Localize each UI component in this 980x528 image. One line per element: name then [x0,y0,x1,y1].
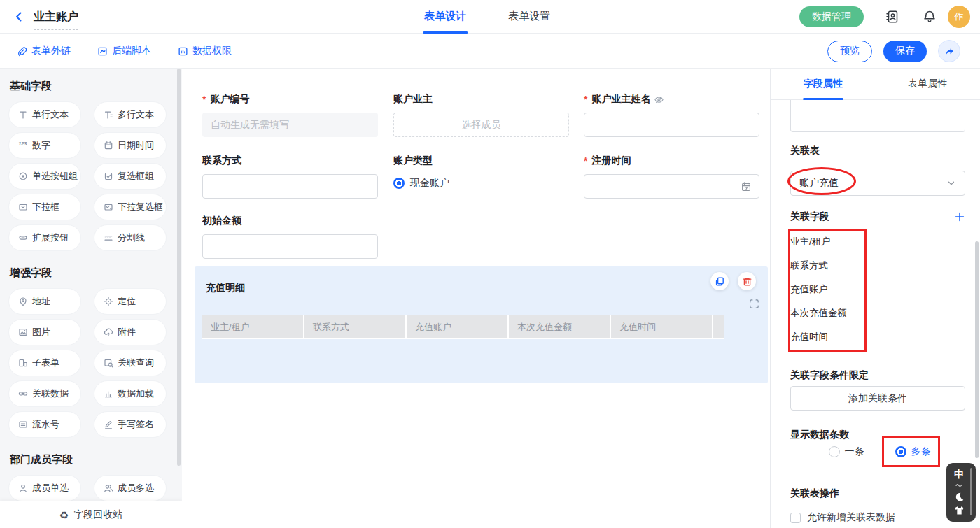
contact-input[interactable] [202,174,378,199]
allow-add-relation-data[interactable]: 允许新增关联表数据 [790,511,895,524]
register-time-input[interactable] [584,174,760,199]
tab-form-properties[interactable]: 表单属性 [876,69,980,99]
sidebar-item-member-multi[interactable]: 成员多选 [94,475,167,501]
owner-name-input[interactable] [584,113,760,137]
sidebar-item-attachment[interactable]: 附件 [94,319,167,345]
sidebar-item-checkbox-group[interactable]: 复选框组 [94,163,167,190]
subform-column-recharge-account[interactable]: 充值账户 [407,315,509,339]
tab-field-properties[interactable]: 字段属性 [771,69,876,99]
pill-label: 分割线 [118,231,145,244]
avatar[interactable]: 作 [948,6,970,28]
sidebar-item-number[interactable]: 123 数字 [8,132,81,159]
relation-table-select[interactable]: 账户充值 [790,171,965,196]
field-initial-amount[interactable]: 初始金额 [202,215,378,259]
sidebar-item-location[interactable]: 定位 [94,288,167,315]
subform-column-recharge-time[interactable]: 充值时间 [611,315,713,339]
add-relation-field-icon[interactable] [954,211,965,222]
subform-column-owner-tenant[interactable]: 业主/租户 [202,315,304,339]
sidebar-item-datetime[interactable]: 日期时间 [94,132,167,159]
radio-unchecked-icon[interactable] [829,446,840,457]
tab-form-settings[interactable]: 表单设置 [507,0,552,34]
pill-label: 数据加载 [118,387,154,400]
subform-recharge-detail[interactable]: 充值明细 业主/租户 联系方式 充值账户 本次充值金额 充值时间 [195,266,768,383]
sidebar-item-image[interactable]: 图片 [8,319,81,345]
option-label: 一条 [845,445,864,458]
subform-column-contact[interactable]: 联系方式 [304,315,407,339]
account-type-option[interactable]: 现金账户 [393,177,569,190]
tab-form-design[interactable]: 表单设计 [423,0,468,34]
widget-scrollbar[interactable] [970,468,972,515]
shirt-icon[interactable] [954,506,965,515]
field-label: 账户业主姓名 [584,93,760,106]
relation-fields-list: 业主/租户 联系方式 充值账户 本次充值金额 充值时间 [790,230,944,349]
initial-amount-input[interactable] [202,234,378,259]
field-palette-sidebar: 基础字段 单行文本 多行文本 123 数字 日期时间 [0,69,182,528]
widget-squiggle-icon[interactable] [955,483,962,487]
sidebar-item-member-single[interactable]: 成员单选 [8,475,81,501]
save-button[interactable]: 保存 [883,41,927,62]
sidebar-item-serial-number[interactable]: 流水号 [8,411,81,438]
sidebar-item-relation-query[interactable]: 关联查询 [94,350,167,376]
back-icon[interactable] [11,9,27,24]
field-label: 账户编号 [202,93,378,106]
sidebar-item-single-line-text[interactable]: 单行文本 [8,101,81,128]
relation-fields-label: 关联字段 [790,211,830,223]
topbar-right: 数据管理 作 [799,0,970,34]
field-register-time[interactable]: 注册时间 [584,155,760,199]
subform-column-recharge-amount[interactable]: 本次充值金额 [509,315,611,339]
contacts-icon[interactable] [884,8,901,25]
translate-lang-button[interactable]: 中 [954,469,964,479]
field-label: 账户类型 [393,155,569,167]
owner-member-picker[interactable]: 选择成员 [393,113,569,137]
trash-icon[interactable] [738,272,756,290]
sidebar-scrollbar[interactable] [177,69,181,466]
sidebar-item-select[interactable]: 下拉框 [8,194,81,220]
data-permission-link[interactable]: 数据权限 [178,45,232,57]
pill-label: 多行文本 [118,108,154,121]
radio-checked-icon[interactable] [393,178,405,189]
sidebar-item-subform[interactable]: 子表单 [8,350,81,376]
pill-label: 关联查询 [118,357,154,369]
field-owner[interactable]: 账户业主 选择成员 [393,93,569,137]
sidebar-item-multi-line-text[interactable]: 多行文本 [94,101,167,128]
checkbox-unchecked-icon[interactable] [790,513,801,523]
form-title[interactable]: 业主账户 [34,10,78,30]
sidebar-item-signature[interactable]: 手写签名 [94,411,167,438]
option-label: 多条 [911,445,931,458]
image-icon [18,327,28,337]
field-account-type[interactable]: 账户类型 现金账户 [393,155,569,190]
field-label: 账户业主 [393,93,569,106]
pill-label: 数字 [32,139,50,152]
section-title-member: 部门成员字段 [10,453,167,466]
bell-icon[interactable] [921,8,938,25]
preview-button[interactable]: 预览 [827,41,872,62]
field-owner-name[interactable]: 账户业主姓名 [584,93,760,137]
sidebar-item-radio-group[interactable]: 单选按钮组 [8,163,81,190]
field-contact[interactable]: 联系方式 [202,155,378,199]
panel-scrollbar[interactable] [975,241,979,458]
sidebar-item-relation-data[interactable]: 关联数据 [8,380,81,407]
relation-table-value: 账户充值 [799,177,839,190]
form-external-link[interactable]: 表单外链 [17,45,71,57]
enhanced-fields-grid: 地址 定位 图片 附件 子表单 [8,288,167,438]
moon-icon[interactable] [954,492,965,502]
pill-label: 关联数据 [32,387,69,400]
option-multiple-records[interactable]: 多条 [895,445,931,458]
copy-icon[interactable] [710,272,729,290]
pill-label: 复选框组 [118,170,154,183]
option-single-record[interactable]: 一条 [829,445,864,458]
share-icon[interactable] [938,40,960,62]
data-manage-button[interactable]: 数据管理 [799,6,864,27]
radio-checked-icon[interactable] [895,446,906,457]
field-account-no[interactable]: 账户编号 自动生成无需填写 [202,93,378,137]
add-condition-button[interactable]: 添加关联条件 [790,386,965,411]
field-recycle-bin[interactable]: ♻ 字段回收站 [0,501,182,528]
field-name-input-cropped[interactable] [790,100,965,132]
sidebar-item-multi-select[interactable]: 下拉复选框 [94,194,167,220]
sidebar-item-data-load[interactable]: 数据加载 [94,380,167,407]
sidebar-item-extend-button[interactable]: 扩展按钮 [8,224,81,251]
sidebar-item-divider-line[interactable]: 分割线 [94,224,167,251]
sidebar-item-address[interactable]: 地址 [8,288,81,315]
fullscreen-icon[interactable] [749,299,760,309]
backend-script-link[interactable]: 后端脚本 [97,45,151,57]
